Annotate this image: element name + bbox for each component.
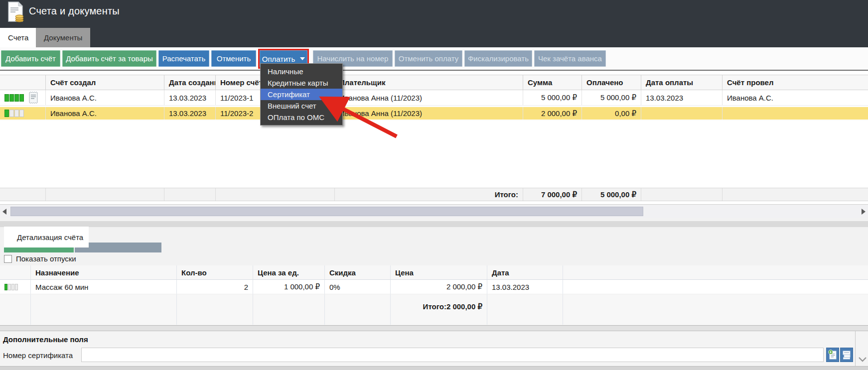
cell-amount: 2 000,00 ₽ [523, 107, 582, 120]
add-goods-invoice-button[interactable]: Добавить счёт за товары [62, 50, 156, 67]
cell-paid-date: 13.03.2023 [641, 90, 723, 105]
cell-unit-price: 1 000,00 ₽ [253, 280, 325, 294]
extra-fields-panel: Дополнительные поля Номер сертификата [0, 331, 868, 366]
column-discount[interactable]: Скидка [325, 265, 391, 279]
scroll-left-arrow-icon[interactable] [2, 209, 6, 215]
cell-paid: 5 000,00 ₽ [582, 90, 641, 105]
details-table-header: Назначение Кол-во Цена за ед. Скидка Цен… [0, 265, 868, 280]
show-releases-label: Показать отпуски [16, 254, 76, 263]
active-tab-indicator [4, 247, 74, 252]
totals-label: Итого: [335, 188, 523, 201]
cell-discount: 0% [325, 280, 391, 294]
horizontal-scrollbar[interactable] [0, 205, 868, 218]
invoice-row-2-selected[interactable]: Иванова А.С. 13.03.2023 11/2023-2 Иванов… [0, 106, 868, 121]
totals-paid: 5 000,00 ₽ [582, 188, 641, 201]
scroll-right-arrow-icon[interactable] [862, 209, 866, 215]
details-total: Итого:2 000,00 ₽ [391, 294, 487, 325]
tab-invoices[interactable]: Счета [0, 28, 36, 47]
certificate-number-label: Номер сертификата [3, 351, 73, 360]
chevron-down-icon[interactable] [858, 357, 867, 362]
column-status[interactable] [0, 265, 31, 279]
details-totals-row: Итого:2 000,00 ₽ [0, 294, 868, 325]
invoice-row-1[interactable]: Иванова А.С. 13.03.2023 11/2023-1 Иванов… [0, 90, 868, 106]
show-releases-row: Показать отпуски [4, 254, 76, 263]
panel-separator [855, 331, 856, 366]
invoices-table-header: Счёт создал Дата создания Номер счёта Пл… [0, 75, 868, 90]
show-releases-checkbox[interactable] [4, 255, 12, 263]
caret-down-icon [300, 57, 305, 60]
cancel-button[interactable]: Отменить [211, 50, 256, 67]
cell-created-by: Иванова А.С. [46, 107, 164, 120]
column-amount[interactable]: Сумма [523, 75, 582, 90]
column-purpose[interactable]: Назначение [31, 265, 177, 279]
details-row-1-status [0, 280, 31, 294]
documents-list-button[interactable] [840, 348, 853, 362]
cell-payer: Иванова Анна (11/2023) [335, 90, 523, 105]
payment-progress-icon [4, 110, 24, 117]
invoice-row-1-status [0, 90, 46, 105]
certificate-number-input[interactable] [81, 348, 824, 362]
column-conducted-by[interactable]: Счёт провел [723, 75, 868, 90]
column-date[interactable]: Дата [487, 265, 563, 279]
cell-payer: Иванова Анна (11/2023) [335, 107, 523, 120]
cell-conducted-by: Иванова А.С. [723, 90, 868, 105]
fiscalize-button: Фискализировать [464, 50, 532, 67]
advance-offset-check-button: Чек зачёта аванса [534, 50, 606, 67]
payment-progress-icon [4, 284, 18, 290]
column-unit-price[interactable]: Цена за ед. [253, 265, 325, 279]
pay-dropdown-menu: Наличные Кредитные карты Сертификат Внеш… [260, 63, 343, 125]
toolbar: Добавить счёт Добавить счёт за товары Ра… [0, 47, 868, 71]
column-price[interactable]: Цена [391, 265, 487, 279]
section-divider [0, 325, 868, 331]
column-paid[interactable]: Оплачено [582, 75, 641, 90]
main-tabstrip: Счета Документы [0, 24, 868, 47]
receipt-icon [28, 92, 38, 104]
cell-paid: 0,00 ₽ [582, 107, 641, 120]
invoices-and-documents-window: Счета и документы Счета Документы Добави… [0, 0, 868, 370]
cell-created-by: Иванова А.С. [46, 90, 164, 105]
window-bottom-edge [0, 366, 868, 370]
section-divider [0, 221, 868, 227]
menu-item-cash[interactable]: Наличные [261, 66, 342, 77]
column-status[interactable] [0, 75, 46, 90]
extra-fields-title: Дополнительные поля [3, 335, 88, 344]
cell-paid-date [641, 107, 723, 120]
add-document-icon [828, 350, 837, 360]
pay-button-label: Оплатить [262, 55, 295, 63]
column-created-by[interactable]: Счёт создал [46, 75, 164, 90]
scrollbar-thumb[interactable] [10, 207, 643, 216]
payment-progress-icon [4, 94, 24, 102]
tab-documents[interactable]: Документы [36, 28, 90, 47]
cell-purpose: Массаж 60 мин [31, 280, 177, 294]
cancel-payment-button: Отменить оплату [395, 50, 462, 67]
page-title: Счета и документы [29, 5, 120, 17]
menu-item-oms-payment[interactable]: ОПлата по ОМС [261, 112, 342, 123]
menu-item-credit-cards[interactable]: Кредитные карты [261, 77, 342, 89]
menu-item-certificate[interactable]: Сертификат [261, 89, 342, 100]
column-paid-date[interactable]: Дата оплаты [641, 75, 723, 90]
invoice-row-2-status [0, 107, 46, 120]
print-button[interactable]: Распечатать [158, 50, 209, 67]
cell-date: 13.03.2023 [487, 280, 563, 294]
add-invoice-button[interactable]: Добавить счёт [1, 50, 60, 67]
cell-qty: 2 [177, 280, 253, 294]
cell-amount: 5 000,00 ₽ [523, 90, 582, 105]
tab-invoice-details[interactable]: Детализация счёта [4, 227, 89, 247]
cell-created-date: 13.03.2023 [164, 107, 216, 120]
totals-amount: 7 000,00 ₽ [523, 188, 582, 201]
cell-price: 2 000,00 ₽ [391, 280, 487, 294]
column-created-date[interactable]: Дата создания [164, 75, 216, 90]
documents-stack-icon [842, 350, 851, 360]
cell-conducted-by [723, 107, 868, 120]
column-qty[interactable]: Кол-во [177, 265, 253, 279]
add-document-button[interactable] [826, 348, 839, 362]
details-row-1[interactable]: Массаж 60 мин 2 1 000,00 ₽ 0% 2 000,00 ₽… [0, 280, 868, 294]
cell-created-date: 13.03.2023 [164, 90, 216, 105]
invoices-totals-row: Итого: 7 000,00 ₽ 5 000,00 ₽ [0, 188, 868, 201]
invoice-documents-icon [6, 1, 24, 22]
window-header: Счета и документы [0, 0, 868, 24]
column-payer[interactable]: Плательщик [335, 75, 523, 90]
menu-item-external-bill[interactable]: Внешний счет [261, 100, 342, 112]
